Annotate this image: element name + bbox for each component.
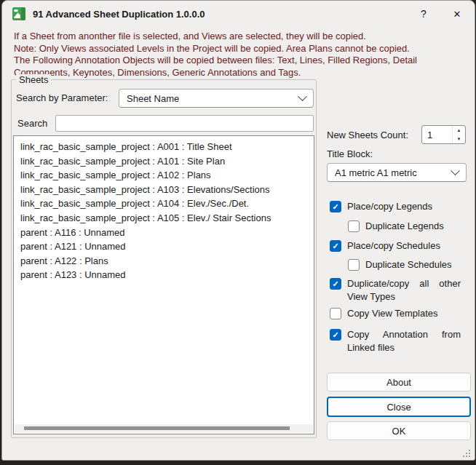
checkbox-label: Copy Annotation from Linked files bbox=[347, 328, 461, 354]
app-icon bbox=[12, 7, 25, 20]
ok-button[interactable]: OK bbox=[327, 421, 471, 440]
about-button[interactable]: About bbox=[327, 373, 471, 392]
checkbox-box[interactable]: ✓ bbox=[330, 201, 341, 212]
checkbox-copy-view-templates[interactable]: ✓ Copy View Templates bbox=[330, 307, 438, 320]
spinner-down-icon[interactable]: ▼ bbox=[453, 135, 465, 143]
spinner-up-icon[interactable]: ▲ bbox=[453, 126, 465, 135]
checkbox-place-copy-schedules[interactable]: ✓ Place/copy Schedules bbox=[330, 239, 440, 253]
help-button[interactable]: ? bbox=[408, 1, 440, 27]
checkbox-box[interactable]: ✓ bbox=[330, 308, 341, 319]
chevron-down-icon bbox=[451, 166, 460, 175]
search-by-parameter-label: Search by Parameter: bbox=[16, 92, 108, 103]
list-item[interactable]: link_rac_basic_sample_project : A105 : E… bbox=[14, 211, 314, 226]
notice-text: If a Sheet from anonther file is selecte… bbox=[14, 31, 417, 79]
sheet-list[interactable]: link_rac_basic_sample_project : A001 : T… bbox=[13, 135, 314, 434]
checkbox-box[interactable]: ✓ bbox=[330, 278, 341, 290]
checkbox-box[interactable]: ✓ bbox=[348, 220, 360, 232]
check-icon: ✓ bbox=[332, 331, 338, 339]
checkbox-label: Place/copy Schedules bbox=[347, 239, 440, 253]
notice-line: Note: Only Views associated Levels in th… bbox=[14, 43, 417, 55]
search-parameter-dropdown[interactable]: Sheet Name bbox=[119, 89, 314, 108]
list-item[interactable]: link_rac_basic_sample_project : A102 : P… bbox=[14, 168, 314, 183]
checkbox-box[interactable]: ✓ bbox=[348, 259, 360, 271]
new-sheets-count-label: New Sheets Count: bbox=[327, 130, 408, 140]
checkbox-box[interactable]: ✓ bbox=[330, 329, 341, 341]
list-item[interactable]: parent : A122 : Plans bbox=[14, 254, 314, 269]
checkbox-duplicate-copy-all-other-view-types[interactable]: ✓ Duplicate/copy all other View Types bbox=[330, 277, 461, 303]
notice-line: If a Sheet from anonther file is selecte… bbox=[14, 31, 417, 43]
chevron-down-icon bbox=[298, 92, 307, 101]
notice-line: Components, Keynotes, Dimensions, Generi… bbox=[14, 67, 417, 79]
checkbox-label: Duplicate/copy all other View Types bbox=[347, 277, 461, 303]
list-item[interactable]: parent : A121 : Unnamed bbox=[14, 239, 314, 254]
new-sheets-count-value: 1 bbox=[422, 126, 452, 143]
title-block-dropdown[interactable]: A1 metric A1 metric bbox=[327, 163, 467, 182]
checkbox-duplicate-legends[interactable]: ✓ Duplicate Legends bbox=[348, 220, 444, 233]
checkbox-label: Place/copy Legends bbox=[347, 200, 432, 213]
title-block-label: Title Block: bbox=[327, 148, 373, 159]
list-item[interactable]: parent : A116 : Unnamed bbox=[14, 226, 314, 240]
checkbox-box[interactable]: ✓ bbox=[330, 240, 341, 252]
search-label: Search bbox=[17, 118, 47, 129]
checkbox-copy-annotation-from-linked-files[interactable]: ✓ Copy Annotation from Linked files bbox=[330, 328, 461, 354]
checkbox-duplicate-schedules[interactable]: ✓ Duplicate Schedules bbox=[348, 258, 452, 271]
scrollbar-thumb[interactable] bbox=[24, 426, 290, 430]
search-parameter-value: Sheet Name bbox=[127, 93, 299, 104]
new-sheets-count-input[interactable]: 1 ▲ ▼ bbox=[421, 125, 466, 144]
resize-grip[interactable] bbox=[463, 450, 464, 451]
window-close-icon[interactable]: ✕ bbox=[441, 1, 473, 27]
spinner-buttons: ▲ ▼ bbox=[452, 126, 465, 143]
dialog-window: 91 Advanced Sheet Duplication 1.0.0.0 ? … bbox=[1, 0, 475, 461]
titlebar: 91 Advanced Sheet Duplication 1.0.0.0 ? … bbox=[2, 1, 475, 27]
title-block-value: A1 metric A1 metric bbox=[335, 167, 452, 178]
checkbox-label: Duplicate Schedules bbox=[365, 258, 452, 271]
list-item[interactable]: link_rac_basic_sample_project : A101 : S… bbox=[14, 154, 314, 169]
close-button[interactable]: Close bbox=[327, 397, 471, 417]
list-item[interactable]: link_rac_basic_sample_project : A001 : T… bbox=[14, 140, 314, 154]
list-item[interactable]: parent : A123 : Unnamed bbox=[14, 268, 314, 282]
list-item[interactable]: link_rac_basic_sample_project : A104 : E… bbox=[14, 196, 314, 211]
check-icon: ✓ bbox=[332, 203, 338, 211]
check-icon: ✓ bbox=[332, 242, 338, 250]
window-title: 91 Advanced Sheet Duplication 1.0.0.0 bbox=[33, 9, 205, 20]
sheets-group-label: Sheets bbox=[16, 74, 51, 85]
search-input[interactable] bbox=[55, 115, 314, 132]
checkbox-label: Copy View Templates bbox=[347, 307, 438, 320]
sheets-groupbox: Sheets Search by Parameter: Sheet Name S… bbox=[11, 79, 317, 438]
checkbox-label: Duplicate Legends bbox=[365, 220, 444, 233]
list-item[interactable]: link_rac_basic_sample_project : A103 : E… bbox=[14, 183, 314, 197]
checkbox-place-copy-legends[interactable]: ✓ Place/copy Legends bbox=[330, 200, 432, 213]
notice-line: The Following Annotation Objects will be… bbox=[14, 55, 417, 67]
check-icon: ✓ bbox=[332, 280, 338, 288]
horizontal-scrollbar[interactable] bbox=[15, 424, 313, 433]
